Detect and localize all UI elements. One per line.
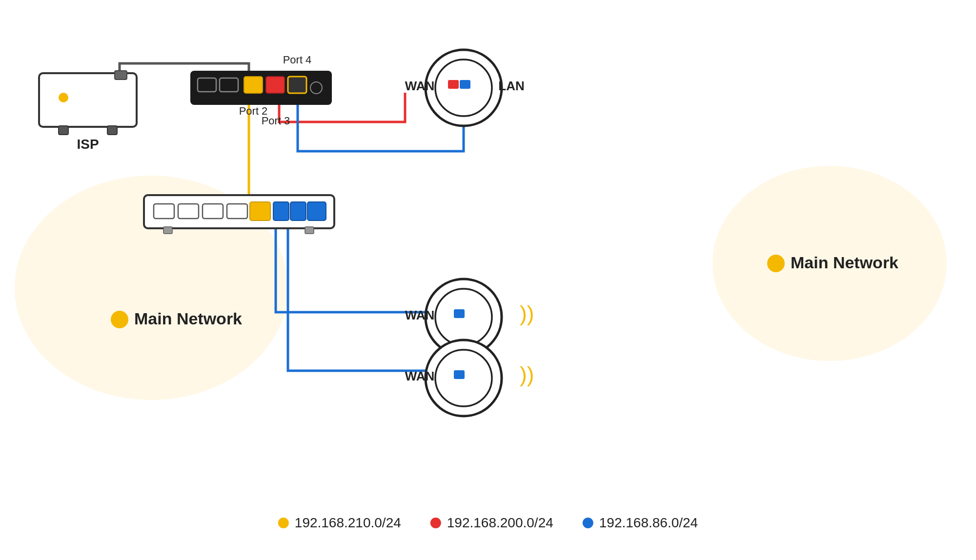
- svg-text:)): )): [520, 301, 534, 325]
- svg-rect-11: [288, 77, 306, 93]
- svg-rect-30: [273, 202, 289, 220]
- svg-rect-0: [39, 73, 137, 127]
- svg-rect-9: [244, 77, 263, 93]
- network-diagram-canvas: ISP Port 2 Port 3 Port 4: [0, 0, 976, 560]
- svg-text:Port 4: Port 4: [283, 54, 312, 66]
- svg-rect-25: [154, 204, 174, 219]
- legend: 192.168.210.0/24 192.168.200.0/24 192.16…: [278, 515, 698, 531]
- svg-text:Port 3: Port 3: [262, 115, 290, 127]
- svg-rect-2: [107, 126, 117, 135]
- router3: WAN )): [405, 340, 534, 416]
- legend-label-yellow: 192.168.210.0/24: [295, 515, 401, 531]
- svg-rect-40: [454, 370, 465, 379]
- svg-rect-31: [290, 202, 306, 220]
- legend-dot-yellow: [278, 518, 289, 528]
- svg-rect-23: [163, 227, 172, 234]
- svg-text:)): )): [520, 362, 534, 386]
- svg-rect-19: [460, 80, 470, 89]
- legend-label-blue: 192.168.86.0/24: [599, 515, 698, 531]
- svg-text:Main Network: Main Network: [134, 309, 242, 328]
- unmanaged-switch: [144, 195, 334, 234]
- blue-cable-switch-router3: [288, 215, 454, 371]
- svg-rect-26: [178, 204, 199, 219]
- svg-text:LAN: LAN: [498, 79, 524, 93]
- svg-rect-35: [454, 309, 465, 318]
- svg-text:Main Network: Main Network: [791, 253, 898, 272]
- svg-rect-10: [266, 77, 285, 93]
- legend-dot-red: [430, 518, 441, 528]
- svg-point-43: [111, 311, 128, 328]
- svg-point-45: [767, 255, 785, 272]
- legend-item-red: 192.168.200.0/24: [430, 515, 553, 531]
- legend-label-red: 192.168.200.0/24: [447, 515, 553, 531]
- svg-rect-29: [250, 202, 270, 220]
- svg-rect-18: [448, 80, 459, 89]
- svg-text:WAN: WAN: [405, 79, 435, 93]
- legend-dot-blue: [583, 518, 593, 528]
- svg-rect-32: [307, 202, 326, 220]
- svg-text:WAN: WAN: [405, 369, 435, 383]
- svg-rect-27: [203, 204, 223, 219]
- isp-modem: ISP: [39, 71, 137, 152]
- svg-text:ISP: ISP: [77, 137, 99, 152]
- legend-item-yellow: 192.168.210.0/24: [278, 515, 401, 531]
- svg-rect-4: [115, 71, 127, 80]
- svg-rect-1: [59, 126, 68, 135]
- legend-item-blue: 192.168.86.0/24: [583, 515, 698, 531]
- svg-rect-24: [305, 227, 314, 234]
- svg-rect-28: [227, 204, 247, 219]
- router1: WAN LAN: [405, 50, 525, 126]
- svg-point-3: [59, 93, 68, 102]
- svg-text:WAN: WAN: [405, 308, 435, 322]
